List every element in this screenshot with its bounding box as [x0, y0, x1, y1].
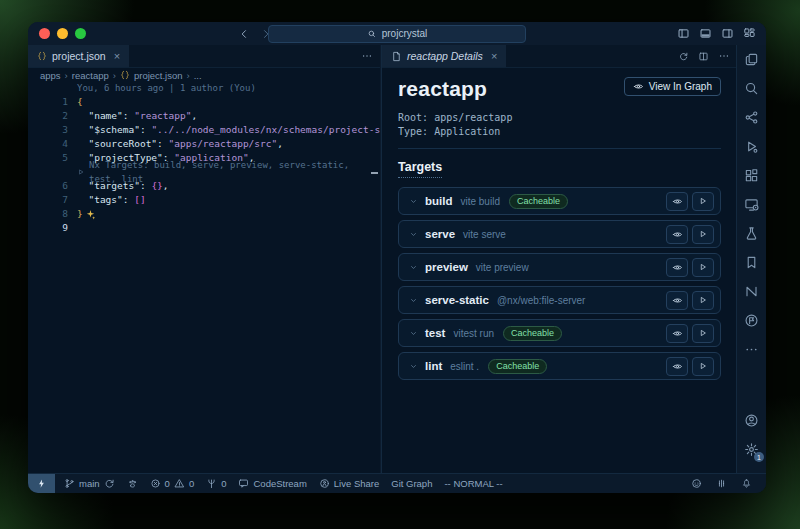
view-target-button[interactable] — [666, 324, 688, 343]
codelens-line[interactable]: You, 6 hours ago | 1 author (You) — [28, 81, 380, 95]
code-line[interactable]: 8} — [28, 207, 380, 221]
code-editor[interactable]: You, 6 hours ago | 1 author (You)1{2 "na… — [28, 81, 380, 474]
back-icon[interactable] — [238, 28, 250, 40]
view-target-button[interactable] — [666, 291, 688, 310]
status-notifications[interactable] — [735, 474, 758, 493]
source-control-icon[interactable] — [737, 103, 766, 132]
chevron-down-icon[interactable] — [409, 263, 418, 272]
more-actions-icon[interactable] — [361, 50, 373, 62]
extensions-icon[interactable] — [737, 161, 766, 190]
code-line[interactable]: 1{ — [28, 95, 380, 109]
view-target-button[interactable] — [666, 192, 688, 211]
target-row-serve-static[interactable]: serve-static@nx/web:file-server — [398, 286, 721, 314]
status-git-branch[interactable]: main — [58, 474, 121, 493]
codelens-link[interactable]: You, 6 hours ago | 1 author (You) — [77, 81, 256, 95]
close-tab-icon[interactable]: × — [114, 50, 120, 62]
chevron-down-icon[interactable] — [409, 329, 418, 338]
layout-controls — [677, 27, 756, 40]
tab-reactapp-details[interactable]: reactapp Details × — [382, 45, 506, 67]
status-label: 0 — [221, 478, 226, 489]
chevron-down-icon[interactable] — [409, 197, 418, 206]
run-target-button[interactable] — [692, 225, 714, 244]
code-line[interactable]: 3 "$schema": "../../node_modules/nx/sche… — [28, 123, 380, 137]
close-tab-icon[interactable]: × — [491, 50, 497, 62]
status-remote-indicator[interactable] — [28, 474, 55, 493]
status-git-graph[interactable]: Git Graph — [385, 474, 438, 493]
testing-icon[interactable] — [737, 219, 766, 248]
tab-project-json[interactable]: project.json × — [28, 45, 129, 67]
target-row-test[interactable]: testvitest runCacheable — [398, 319, 721, 347]
view-target-button[interactable] — [666, 258, 688, 277]
close-window-button[interactable] — [39, 28, 50, 39]
fm-icon — [716, 478, 727, 489]
more-views-icon[interactable] — [737, 335, 766, 364]
run-debug-icon[interactable] — [737, 132, 766, 161]
target-name: test — [425, 327, 445, 339]
line-number: 1 — [28, 95, 77, 109]
status-problems[interactable]: 00 — [144, 474, 201, 493]
view-target-button[interactable] — [666, 225, 688, 244]
remote-explorer-icon[interactable] — [737, 190, 766, 219]
gitlens-icon[interactable] — [737, 306, 766, 335]
nx-console-icon[interactable] — [737, 277, 766, 306]
settings-icon[interactable]: 1 — [737, 435, 766, 464]
code-line[interactable]: 2 "name": "reactapp", — [28, 109, 380, 123]
toggle-panel-icon[interactable] — [699, 27, 712, 40]
toggle-primary-sidebar-icon[interactable] — [677, 27, 690, 40]
zoom-window-button[interactable] — [75, 28, 86, 39]
customize-layout-icon[interactable] — [743, 27, 756, 40]
chevron-down-icon[interactable] — [409, 362, 418, 371]
run-target-button[interactable] — [692, 258, 714, 277]
refresh-icon[interactable] — [678, 51, 689, 62]
status-equalizer[interactable] — [710, 474, 733, 493]
command-center-search[interactable]: projcrystal — [268, 25, 526, 43]
breadcrumb-reactapp[interactable]: reactapp — [72, 70, 109, 81]
search-icon[interactable] — [737, 74, 766, 103]
bookmarks-icon[interactable] — [737, 248, 766, 277]
settings-badge: 1 — [754, 452, 764, 462]
target-row-serve[interactable]: servevite serve — [398, 220, 721, 248]
run-target-button[interactable] — [692, 357, 714, 376]
run-target-button[interactable] — [692, 324, 714, 343]
breadcrumb-symbol[interactable]: ... — [194, 70, 202, 81]
code-line[interactable]: 9 — [28, 221, 380, 235]
code-line[interactable]: 7 "tags": [] — [28, 193, 380, 207]
split-editor-icon[interactable] — [698, 51, 709, 62]
title-bar: projcrystal — [28, 22, 766, 45]
code-text: } — [77, 207, 83, 221]
status-fork-count[interactable]: 0 — [200, 474, 232, 493]
code-line[interactable]: 4 "sourceRoot": "apps/reactapp/src", — [28, 137, 380, 151]
status-bar: main000CodeStreamLive ShareGit Graph-- N… — [28, 473, 766, 493]
target-row-preview[interactable]: previewvite preview — [398, 253, 721, 281]
view-target-button[interactable] — [666, 357, 688, 376]
more-actions-icon[interactable] — [718, 50, 730, 62]
chevron-down-icon[interactable] — [409, 230, 418, 239]
json-file-icon — [120, 70, 130, 80]
status-vim-mode[interactable]: -- NORMAL -- — [438, 474, 508, 493]
status-live-share[interactable]: Live Share — [313, 474, 385, 493]
minimize-window-button[interactable] — [57, 28, 68, 39]
target-row-lint[interactable]: linteslint .Cacheable — [398, 352, 721, 380]
run-target-button[interactable] — [692, 192, 714, 211]
line-number: 7 — [28, 193, 77, 207]
breadcrumb-apps[interactable]: apps — [40, 70, 61, 81]
error-icon — [150, 478, 161, 489]
view-in-graph-button[interactable]: View In Graph — [624, 77, 721, 96]
nx-project-details: reactapp View In Graph Root: apps/reacta… — [382, 67, 737, 474]
status-codestream[interactable]: CodeStream — [232, 474, 312, 493]
breadcrumb-project-json[interactable]: project.json — [134, 70, 183, 81]
explorer-icon[interactable] — [737, 45, 766, 74]
line-number: 8 — [28, 207, 77, 221]
toggle-secondary-sidebar-icon[interactable] — [721, 27, 734, 40]
account-icon[interactable] — [737, 406, 766, 435]
run-target-button[interactable] — [692, 291, 714, 310]
target-row-build[interactable]: buildvite buildCacheable — [398, 187, 721, 215]
status-pet[interactable] — [121, 474, 144, 493]
target-command: @nx/web:file-server — [497, 295, 586, 306]
chevron-down-icon[interactable] — [409, 296, 418, 305]
codelens-line[interactable]: Nx Targets: build, serve, preview, serve… — [28, 165, 380, 179]
status-copilot[interactable] — [685, 474, 708, 493]
code-text: { — [77, 95, 83, 109]
overview-ruler-mark — [371, 172, 378, 174]
sync-icon — [104, 478, 115, 489]
